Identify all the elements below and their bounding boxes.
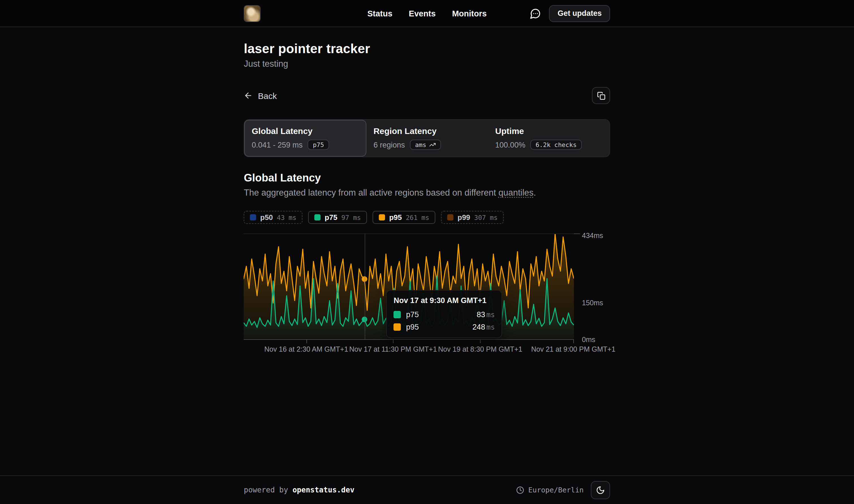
- openstatus-link: openstatus.dev: [293, 486, 355, 494]
- workspace-avatar[interactable]: [244, 5, 261, 22]
- tab-value: 0.041 - 259 ms: [252, 141, 303, 149]
- nav-link-monitors[interactable]: Monitors: [452, 9, 487, 18]
- chart-tooltip: Nov 17 at 9:30 AM GMT+1 p75 83 ms p95 24…: [386, 290, 502, 338]
- p75-swatch: [315, 214, 321, 220]
- legend-chip-p75[interactable]: p75 97 ms: [308, 211, 367, 224]
- trending-up-icon: [429, 141, 436, 148]
- x-axis-label: Nov 16 at 2:30 AM GMT+1: [264, 345, 348, 353]
- timezone: Europe/Berlin: [516, 486, 584, 494]
- tab-region-latency[interactable]: Region Latency 6 regions ams: [366, 120, 488, 157]
- powered-by[interactable]: powered by openstatus.dev: [244, 486, 355, 494]
- y-axis-label: 150ms: [582, 299, 603, 307]
- clock-icon: [516, 486, 524, 494]
- x-tick: [393, 340, 394, 343]
- p99-swatch: [448, 214, 454, 220]
- nav-link-events[interactable]: Events: [409, 9, 436, 18]
- section-description: The aggregated latency from all active r…: [244, 188, 610, 198]
- back-button[interactable]: Back: [244, 91, 277, 100]
- x-tick: [306, 340, 307, 343]
- tooltip-row-p95: p95 248 ms: [394, 323, 495, 331]
- region-badge: ams: [410, 140, 441, 150]
- checks-badge: 6.2k checks: [530, 140, 582, 150]
- quantiles-link[interactable]: quantiles: [498, 188, 533, 197]
- tab-title: Region Latency: [374, 126, 480, 136]
- page-title: laser pointer tracker: [244, 41, 610, 56]
- p95-swatch: [394, 323, 401, 331]
- status-page: Status Events Monitors Get updates laser…: [0, 0, 854, 504]
- tab-value: 6 regions: [374, 141, 405, 149]
- p50-swatch: [250, 214, 256, 220]
- x-axis-label: Nov 17 at 11:30 PM GMT+1: [349, 345, 437, 353]
- legend-chip-p95[interactable]: p95 261 ms: [373, 211, 436, 224]
- tab-uptime[interactable]: Uptime 100.00% 6.2k checks: [488, 120, 610, 157]
- tooltip-timestamp: Nov 17 at 9:30 AM GMT+1: [394, 296, 495, 305]
- x-axis-label: Nov 21 at 9:00 PM GMT+1: [531, 345, 615, 353]
- x-axis-label: Nov 19 at 8:30 PM GMT+1: [438, 345, 522, 353]
- tab-value: 100.00%: [495, 141, 526, 149]
- moon-icon: [596, 485, 605, 494]
- x-tick: [573, 340, 574, 343]
- chat-bubble-icon: [530, 7, 541, 19]
- copy-link-button[interactable]: [592, 87, 610, 104]
- x-tick: [480, 340, 481, 343]
- latency-chart[interactable]: Nov 16 at 2:30 AM GMT+1 Nov 17 at 11:30 …: [244, 233, 610, 355]
- legend-chip-p50[interactable]: p50 43 ms: [244, 211, 303, 224]
- metric-tabs: Global Latency 0.041 - 259 ms p75 Region…: [244, 119, 610, 157]
- chart-legend: p50 43 ms p75 97 ms p95 261 ms p99 307 m…: [244, 211, 610, 224]
- quantile-badge: p75: [308, 140, 329, 150]
- arrow-left-icon: [244, 91, 253, 100]
- y-tick: [574, 233, 580, 234]
- gridline-top: [244, 233, 574, 234]
- section-title: Global Latency: [244, 172, 610, 184]
- top-nav: Status Events Monitors Get updates: [0, 0, 854, 27]
- y-axis-label: 434ms: [582, 232, 603, 240]
- tab-title: Global Latency: [252, 126, 359, 136]
- y-axis-label: 0ms: [582, 336, 595, 344]
- tab-global-latency[interactable]: Global Latency 0.041 - 259 ms p75: [244, 120, 366, 157]
- nav-link-status[interactable]: Status: [367, 9, 393, 18]
- footer: powered by openstatus.dev Europe/Berlin: [0, 475, 854, 504]
- legend-chip-p99[interactable]: p99 307 ms: [441, 211, 504, 224]
- tab-title: Uptime: [495, 126, 602, 136]
- nav-links: Status Events Monitors: [367, 9, 487, 18]
- p75-swatch: [394, 311, 401, 318]
- back-label: Back: [258, 91, 277, 100]
- feedback-button[interactable]: [530, 7, 541, 19]
- tooltip-row-p75: p75 83 ms: [394, 310, 495, 319]
- p95-swatch: [379, 214, 385, 220]
- page-subtitle: Just testing: [244, 59, 610, 69]
- main-content: laser pointer tracker Just testing Back …: [244, 27, 610, 355]
- get-updates-button[interactable]: Get updates: [549, 5, 610, 22]
- hover-crosshair: [365, 233, 365, 339]
- copy-icon: [597, 91, 605, 100]
- theme-toggle-button[interactable]: [591, 481, 610, 499]
